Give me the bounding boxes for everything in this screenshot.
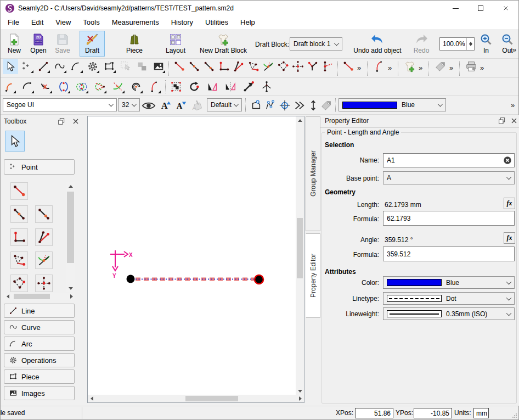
point-tools-button[interactable] bbox=[19, 59, 35, 74]
toolbox-category-operations[interactable]: Operations bbox=[4, 353, 75, 367]
arc-tools-button[interactable] bbox=[69, 59, 84, 74]
undo-button[interactable]: Undo add object bbox=[347, 31, 408, 57]
redo-button[interactable]: Redo bbox=[409, 31, 434, 57]
font-size-select[interactable]: 32 bbox=[118, 98, 140, 111]
toolbox-category-point[interactable]: Point bbox=[4, 159, 75, 175]
toolbox-category-line[interactable]: Line bbox=[4, 304, 75, 318]
toolbox-float-button[interactable] bbox=[57, 117, 66, 126]
point-A1-selected[interactable] bbox=[255, 275, 263, 284]
curve-tools-button[interactable] bbox=[52, 59, 67, 74]
internal-path-tool[interactable] bbox=[433, 59, 448, 74]
point-along-line-tool[interactable] bbox=[201, 59, 217, 74]
tool-point-along-line[interactable] bbox=[35, 205, 53, 223]
tool-point-perpendicular[interactable] bbox=[10, 228, 28, 246]
point-curve-intersect-tool[interactable] bbox=[261, 59, 276, 74]
rotate-tool[interactable] bbox=[187, 79, 202, 94]
toolbox-select-tool-button[interactable] bbox=[5, 131, 25, 152]
toolbox-category-arc[interactable]: Arc bbox=[4, 337, 75, 351]
increase-label-font-button[interactable] bbox=[159, 98, 174, 113]
point-triangle-tool[interactable] bbox=[275, 59, 291, 74]
base-point-select[interactable]: A bbox=[383, 171, 515, 184]
point-length-angle-tool[interactable] bbox=[172, 59, 187, 74]
move-tool[interactable] bbox=[241, 79, 256, 94]
spin-up-icon[interactable] bbox=[469, 40, 472, 44]
path-group-overflow[interactable]: » bbox=[449, 64, 453, 72]
point-from-axis-tool[interactable] bbox=[320, 59, 335, 74]
spin-down-icon[interactable] bbox=[469, 44, 472, 48]
true-darts-tool[interactable] bbox=[259, 79, 274, 94]
scroll-up-icon[interactable] bbox=[66, 182, 75, 190]
export-print-tool[interactable] bbox=[464, 59, 479, 74]
scroll-down-icon[interactable] bbox=[66, 284, 75, 292]
scroll-up-icon[interactable] bbox=[296, 116, 304, 124]
arc-with-length-tool[interactable] bbox=[128, 79, 144, 94]
line-group-overflow[interactable]: » bbox=[357, 64, 361, 72]
toolbox-close-button[interactable] bbox=[71, 117, 81, 126]
select-tool-button[interactable] bbox=[3, 59, 18, 74]
curve-group-tool[interactable] bbox=[371, 59, 387, 74]
union-tool-button[interactable] bbox=[134, 59, 150, 74]
point-shoulder-tool[interactable] bbox=[246, 59, 261, 74]
format-overflow-button[interactable]: » bbox=[511, 101, 515, 109]
tab-property-editor[interactable]: Property Editor bbox=[306, 233, 320, 318]
menu-history[interactable]: History bbox=[165, 16, 199, 29]
toolbox-scrollbar-thumb[interactable] bbox=[67, 192, 74, 263]
circle-tangent-tool[interactable] bbox=[92, 79, 108, 94]
toolbox-category-curve[interactable]: Curve bbox=[4, 320, 75, 334]
menu-file[interactable]: File bbox=[2, 16, 25, 29]
save-button[interactable]: Save bbox=[51, 31, 74, 57]
edit-label-template-button[interactable] bbox=[189, 98, 205, 113]
line-tools-button[interactable] bbox=[36, 59, 51, 74]
angle-formula-input[interactable] bbox=[383, 247, 515, 261]
property-editor-float-button[interactable] bbox=[497, 116, 507, 125]
property-editor-close-button[interactable] bbox=[509, 116, 519, 125]
show-piece-outline-button[interactable] bbox=[249, 98, 264, 113]
toolbox-category-piece[interactable]: Piece bbox=[4, 369, 75, 384]
zoom-spinner-arrows[interactable] bbox=[466, 38, 474, 50]
toolbox-category-images[interactable]: Images bbox=[4, 386, 75, 400]
piece-mode-button[interactable]: Piece bbox=[122, 31, 146, 57]
tab-group-manager[interactable]: Group Manager bbox=[306, 116, 320, 231]
scroll-down-icon[interactable] bbox=[296, 387, 304, 395]
menu-edit[interactable]: Edit bbox=[25, 16, 49, 29]
canvas-drawing[interactable]: X Y bbox=[88, 116, 295, 394]
flip-by-axis-tool[interactable] bbox=[223, 79, 238, 94]
scroll-right-icon[interactable] bbox=[67, 293, 75, 300]
arc-tool[interactable] bbox=[20, 79, 35, 94]
title-bar[interactable]: Seamly2D - C:/Users/David/seamly2d/patte… bbox=[1, 1, 518, 16]
resize-grip[interactable] bbox=[512, 413, 517, 418]
tool-point-length-angle[interactable] bbox=[10, 182, 28, 200]
toolbox-hscroll-thumb[interactable] bbox=[14, 294, 50, 299]
clear-name-icon[interactable] bbox=[503, 156, 512, 165]
show-arrows-button[interactable] bbox=[291, 98, 307, 113]
close-button[interactable] bbox=[493, 1, 518, 16]
draft-block-select[interactable]: Draft block 1 bbox=[290, 37, 342, 51]
elliptical-arc-tool[interactable] bbox=[146, 79, 162, 94]
show-labels-tag-button[interactable] bbox=[319, 98, 334, 113]
show-labels-button[interactable] bbox=[141, 98, 156, 113]
draft-canvas[interactable]: X Y bbox=[87, 116, 304, 403]
point-A[interactable] bbox=[127, 275, 135, 283]
menu-tools[interactable]: Tools bbox=[77, 16, 105, 29]
label-template-select[interactable]: Default bbox=[207, 98, 242, 111]
add-piece-tool[interactable] bbox=[402, 59, 418, 74]
tool-point-curve-intersect[interactable] bbox=[35, 251, 53, 269]
point-bisector-tool[interactable] bbox=[231, 59, 246, 74]
point-intersect-line-tool[interactable] bbox=[305, 59, 320, 74]
open-button[interactable]: Open bbox=[26, 31, 51, 57]
curve-group-overflow[interactable]: » bbox=[388, 64, 392, 72]
arc-radius-tool[interactable] bbox=[2, 79, 17, 94]
tool-point-triangle[interactable] bbox=[10, 275, 28, 292]
zoom-percent-spinner[interactable]: 100.0% bbox=[439, 37, 475, 51]
zoom-in-button[interactable]: In bbox=[476, 31, 497, 57]
menu-view[interactable]: View bbox=[49, 16, 77, 29]
decrease-label-font-button[interactable] bbox=[174, 98, 189, 113]
lineweight-select[interactable]: 0.35mm (ISO) bbox=[383, 307, 515, 320]
point-perpendicular-tool[interactable] bbox=[216, 59, 232, 74]
tool-point-bisector[interactable] bbox=[35, 228, 53, 246]
font-family-select[interactable]: Segoe UI bbox=[3, 98, 117, 111]
name-input[interactable] bbox=[383, 153, 515, 167]
color-select[interactable]: Blue bbox=[383, 276, 515, 289]
menu-utilities[interactable]: Utilities bbox=[199, 16, 234, 29]
flip-by-line-tool[interactable] bbox=[205, 79, 220, 94]
